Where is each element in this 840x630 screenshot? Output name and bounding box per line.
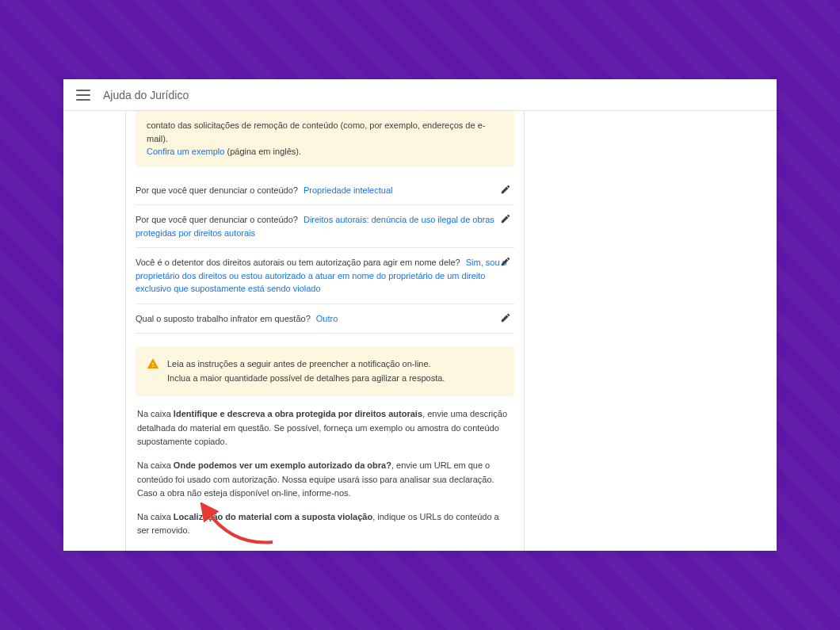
instruction-paragraph: Na caixa Identifique e descreva a obra p…	[136, 407, 514, 449]
example-link[interactable]: Confira um exemplo	[147, 147, 224, 156]
question-answer[interactable]: Outro	[316, 314, 338, 323]
page-title: Ajuda do Jurídico	[103, 89, 189, 101]
warning-line1: Leia as instruções a seguir antes de pre…	[167, 357, 503, 372]
header-bar: Ajuda do Jurídico	[63, 79, 777, 111]
warning-banner: Leia as instruções a seguir antes de pre…	[136, 346, 514, 396]
pencil-icon[interactable]	[500, 256, 511, 267]
question-row: Por que você quer denunciar o conteúdo? …	[136, 176, 514, 206]
instruction-paragraph: Clique em Criar solicitação para enviar …	[136, 548, 514, 551]
instructions-section: Leia as instruções a seguir antes de pre…	[136, 346, 514, 551]
warning-partial-text: contato das solicitações de remoção de c…	[147, 120, 485, 143]
warning-suffix: (página em inglês).	[224, 147, 301, 156]
question-row: Qual o suposto trabalho infrator em ques…	[136, 304, 514, 334]
question-answer[interactable]: Propriedade intelectual	[304, 185, 393, 195]
question-row: Por que você quer denunciar o conteúdo? …	[136, 205, 514, 248]
content-area: contato das solicitações de remoção de c…	[63, 111, 777, 551]
question-label: Você é o detentor dos direitos autorais …	[136, 258, 460, 267]
question-label: Qual o suposto trabalho infrator em ques…	[136, 314, 311, 323]
pencil-icon[interactable]	[500, 184, 511, 195]
browser-window: Ajuda do Jurídico contato das solicitaçõ…	[63, 79, 777, 551]
question-row: Você é o detentor dos direitos autorais …	[136, 248, 514, 304]
top-warning-box: contato das solicitações de remoção de c…	[136, 111, 514, 166]
warning-line2: Inclua a maior quantidade possível de de…	[167, 372, 503, 386]
pencil-icon[interactable]	[500, 312, 511, 323]
pencil-icon[interactable]	[500, 213, 511, 224]
main-card: contato das solicitações de remoção de c…	[125, 111, 525, 551]
hamburger-menu-icon[interactable]	[76, 90, 90, 101]
instruction-paragraph: Na caixa Onde podemos ver um exemplo aut…	[136, 459, 514, 501]
instruction-paragraph: Na caixa Localização do material com a s…	[136, 510, 514, 538]
question-label: Por que você quer denunciar o conteúdo?	[136, 185, 298, 195]
warning-triangle-icon	[147, 357, 159, 370]
question-label: Por que você quer denunciar o conteúdo?	[136, 215, 298, 224]
